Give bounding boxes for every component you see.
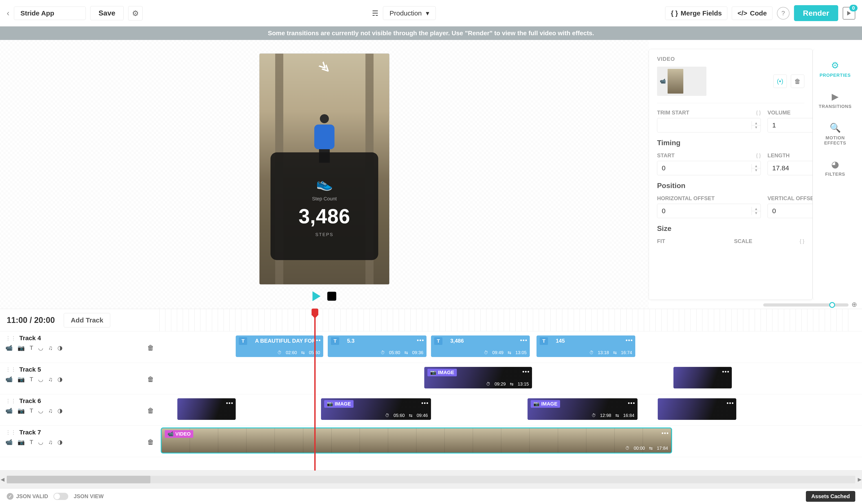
tab-transitions[interactable]: ▶TRANSITIONS	[819, 91, 852, 109]
scroll-left-icon[interactable]: ◀	[0, 476, 6, 483]
add-shape-icon[interactable]: ◡	[38, 376, 43, 383]
zoom-slider[interactable]	[763, 303, 849, 306]
settings-button[interactable]: ⚙	[128, 6, 143, 21]
save-button[interactable]: Save	[90, 6, 124, 20]
add-video-icon[interactable]: 📹	[5, 439, 13, 446]
clip-menu-icon[interactable]: •••	[662, 430, 669, 437]
add-text-icon[interactable]: T	[30, 439, 33, 446]
add-video-icon[interactable]: 📹	[5, 344, 13, 352]
stop-button[interactable]	[327, 292, 336, 301]
video-preview[interactable]: ≫ 👟 Step Count 3,486 STEPS	[259, 53, 390, 284]
image-clip[interactable]: •••	[658, 398, 736, 420]
add-audio-icon[interactable]: ♫	[48, 439, 53, 446]
render-queue-button[interactable]: 0	[843, 7, 855, 19]
clip-menu-icon[interactable]: •••	[722, 368, 730, 375]
add-audio-icon[interactable]: ♫	[48, 344, 53, 352]
project-name-input[interactable]: Stride App	[14, 6, 86, 20]
merge-brace-icon[interactable]: { }	[756, 110, 761, 116]
render-button[interactable]: Render	[794, 5, 838, 21]
add-text-icon[interactable]: T	[30, 376, 33, 383]
merge-fields-button[interactable]: { } Merge Fields	[665, 6, 727, 20]
drag-handle[interactable]: ⋮⋮	[5, 367, 16, 373]
delete-track-button[interactable]: 🗑	[147, 407, 154, 414]
drag-handle[interactable]: ⋮⋮	[5, 429, 16, 436]
add-image-icon[interactable]: 📷	[17, 439, 25, 446]
delete-track-button[interactable]: 🗑	[147, 438, 154, 446]
add-audio-icon[interactable]: ♫	[48, 407, 53, 414]
add-track-button[interactable]: Add Track	[64, 313, 110, 328]
video-thumbnail[interactable]: 📹	[657, 67, 706, 96]
track-lane[interactable]: ••• 📷IMAGE•••⏱05:60⇆09:46 📷IMAGE•••⏱12:9…	[159, 394, 862, 425]
track-lane[interactable]: 📹VIDEO ••• ⏱00:00⇆17:84	[159, 426, 862, 457]
video-action-button[interactable]: (•)	[773, 75, 787, 88]
clip-menu-icon[interactable]: •••	[628, 400, 635, 407]
length-input[interactable]: ▲▼	[768, 161, 813, 175]
step-down-icon[interactable]: ▼	[752, 168, 760, 172]
clip-menu-icon[interactable]: •••	[522, 368, 530, 375]
zoom-handle[interactable]	[829, 302, 835, 308]
clip-menu-icon[interactable]: •••	[626, 337, 633, 344]
clip-menu-icon[interactable]: •••	[520, 337, 527, 344]
timeline-ruler[interactable]	[159, 309, 849, 331]
add-shape-icon[interactable]: ◡	[38, 344, 43, 352]
drag-handle[interactable]: ⋮⋮	[5, 398, 16, 404]
playhead[interactable]	[314, 309, 316, 470]
add-luma-icon[interactable]: ◑	[57, 376, 63, 383]
add-image-icon[interactable]: 📷	[17, 344, 25, 352]
horiz-offset-input[interactable]: ▲▼	[657, 204, 761, 218]
step-down-icon[interactable]: ▼	[752, 211, 760, 215]
tab-motion-effects[interactable]: 🔍MOTION EFFECTS	[824, 122, 846, 146]
add-video-icon[interactable]: 📹	[5, 376, 13, 383]
scroll-right-icon[interactable]: ▶	[856, 476, 862, 483]
image-clip[interactable]: 📷IMAGE•••⏱12:98⇆16:84	[527, 398, 638, 420]
image-clip[interactable]: •••	[674, 367, 732, 388]
delete-track-button[interactable]: 🗑	[147, 375, 154, 383]
drag-handle[interactable]: ⋮⋮	[5, 335, 16, 341]
add-luma-icon[interactable]: ◑	[57, 439, 63, 446]
delete-video-button[interactable]: 🗑	[791, 75, 804, 88]
add-luma-icon[interactable]: ◑	[57, 407, 63, 414]
step-up-icon[interactable]: ▲	[752, 207, 760, 211]
image-clip[interactable]: •••	[177, 398, 236, 420]
help-button[interactable]: ?	[777, 7, 789, 19]
tab-filters[interactable]: ◕FILTERS	[825, 159, 845, 177]
clip-menu-icon[interactable]: •••	[417, 337, 424, 344]
image-clip[interactable]: 📷IMAGE•••⏱05:60⇆09:46	[321, 398, 431, 420]
vert-offset-input[interactable]: ▲▼	[768, 204, 813, 218]
add-audio-icon[interactable]: ♫	[48, 376, 53, 383]
clip-menu-icon[interactable]: •••	[421, 400, 429, 407]
code-button[interactable]: </> Code	[732, 6, 772, 20]
merge-brace-icon[interactable]: { }	[800, 238, 804, 244]
environment-dropdown[interactable]: Production ▾	[383, 6, 435, 20]
zoom-in-icon[interactable]: ⊕	[851, 301, 857, 308]
tab-properties[interactable]: ⚙PROPERTIES	[820, 60, 851, 78]
add-video-icon[interactable]: 📹	[5, 407, 13, 414]
horizontal-scrollbar[interactable]: ◀ ▶	[7, 476, 855, 483]
scrollbar-thumb[interactable]	[7, 476, 151, 483]
track-lane[interactable]: TA BEAUTIFUL DAY FOR•••⏱02:60⇆05:60 T5.3…	[159, 331, 862, 363]
add-text-icon[interactable]: T	[30, 344, 33, 352]
add-luma-icon[interactable]: ◑	[57, 344, 63, 352]
text-clip[interactable]: TA BEAUTIFUL DAY FOR•••⏱02:60⇆05:60	[236, 335, 323, 357]
json-view-toggle[interactable]	[53, 493, 68, 500]
step-up-icon[interactable]: ▲	[752, 164, 760, 168]
text-clip[interactable]: T145•••⏱13:18⇆16:74	[536, 335, 635, 357]
step-down-icon[interactable]: ▼	[752, 125, 760, 130]
back-button[interactable]: ‹	[7, 9, 10, 18]
trim-start-input[interactable]: ▲▼	[657, 118, 761, 132]
merge-brace-icon[interactable]: { }	[756, 152, 761, 158]
video-clip[interactable]: 📹VIDEO ••• ⏱00:00⇆17:84	[161, 428, 671, 453]
track-lane[interactable]: 📷IMAGE•••⏱09:29⇆13:15 •••	[159, 363, 862, 394]
add-shape-icon[interactable]: ◡	[38, 439, 43, 446]
add-image-icon[interactable]: 📷	[17, 376, 25, 383]
start-input[interactable]: ▲▼	[657, 161, 761, 175]
text-clip[interactable]: T5.3•••⏱05:80⇆09:36	[328, 335, 427, 357]
add-shape-icon[interactable]: ◡	[38, 407, 43, 414]
add-image-icon[interactable]: 📷	[17, 407, 25, 414]
clip-menu-icon[interactable]: •••	[727, 400, 734, 407]
text-clip[interactable]: T3,486•••⏱09:49⇆13:05	[431, 335, 530, 357]
step-up-icon[interactable]: ▲	[752, 121, 760, 125]
play-button[interactable]	[313, 291, 321, 301]
image-clip[interactable]: 📷IMAGE•••⏱09:29⇆13:15	[424, 367, 532, 388]
add-text-icon[interactable]: T	[30, 407, 33, 414]
